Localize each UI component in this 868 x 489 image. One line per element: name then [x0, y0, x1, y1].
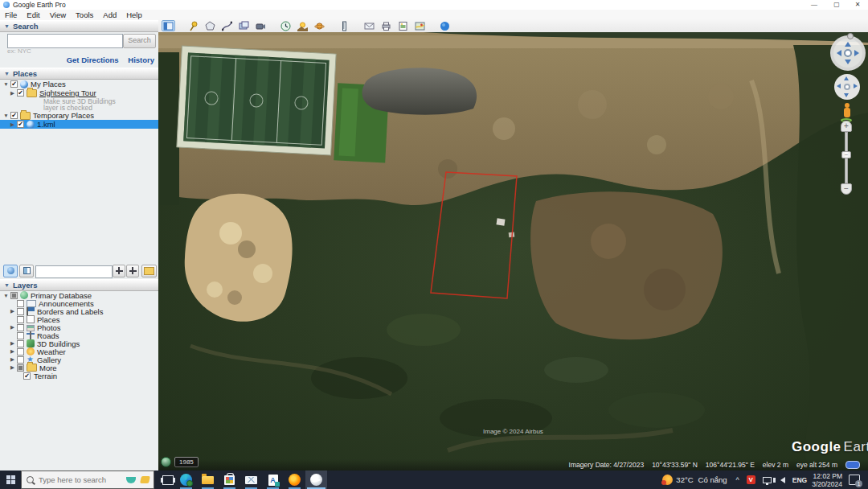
- find-next-button[interactable]: [126, 265, 139, 277]
- look-up-arrow-icon[interactable]: [845, 42, 851, 47]
- checkbox-unchecked[interactable]: [17, 348, 24, 355]
- look-down-arrow-icon[interactable]: [845, 60, 851, 64]
- checkbox-unchecked[interactable]: [17, 316, 24, 323]
- add-path-button[interactable]: [220, 20, 234, 31]
- weather-sunny-icon[interactable]: [662, 475, 673, 485]
- save-image-button[interactable]: [396, 20, 410, 31]
- look-left-arrow-icon[interactable]: [837, 50, 841, 56]
- layer-more[interactable]: ▶ More: [0, 364, 158, 372]
- add-image-overlay-button[interactable]: [237, 20, 251, 31]
- places-filter-input[interactable]: [35, 265, 113, 278]
- toggle-sidebar-button[interactable]: [162, 20, 175, 31]
- search-input[interactable]: [7, 34, 123, 48]
- add-polygon-button[interactable]: [203, 20, 217, 31]
- zoom-out-button[interactable]: −: [841, 183, 852, 195]
- move-center-icon[interactable]: [844, 84, 850, 90]
- checkbox-unchecked[interactable]: [17, 324, 24, 331]
- look-center-icon[interactable]: [844, 49, 852, 57]
- map-viewport[interactable]: + ‒ − 1985 Image © 2024 Airbus GoogleEar…: [158, 32, 868, 471]
- maximize-button[interactable]: ▢: [826, 0, 847, 9]
- checkbox-partial[interactable]: [10, 292, 18, 299]
- close-button[interactable]: ✕: [847, 0, 868, 9]
- taskbar-app-firefox[interactable]: [284, 471, 305, 489]
- taskbar-search-box[interactable]: [21, 471, 154, 489]
- expander-closed-icon[interactable]: ▶: [10, 121, 15, 128]
- expander-closed-icon[interactable]: ▶: [10, 356, 15, 363]
- layer-announcements[interactable]: Announcements: [0, 299, 158, 307]
- task-view-button[interactable]: [161, 471, 175, 489]
- menu-help[interactable]: Help: [121, 10, 147, 19]
- start-button[interactable]: [0, 471, 21, 489]
- taskbar-app-edge[interactable]: [175, 471, 197, 489]
- search-places-button[interactable]: [3, 265, 18, 277]
- network-tray-icon[interactable]: [763, 477, 772, 483]
- move-down-arrow-icon[interactable]: [844, 93, 849, 97]
- move-right-arrow-icon[interactable]: [854, 84, 858, 88]
- expander-open-icon[interactable]: ▼: [3, 81, 9, 87]
- expander-closed-icon[interactable]: ▶: [10, 324, 15, 331]
- layer-places[interactable]: Places: [0, 315, 158, 323]
- checkbox-unchecked[interactable]: [17, 308, 24, 315]
- taskbar-app-mail[interactable]: [240, 471, 262, 489]
- menu-file[interactable]: File: [0, 10, 22, 19]
- search-panel-header[interactable]: ▼ Search: [0, 20, 158, 32]
- tree-item-temporary-places[interactable]: ▼ ✔ Temporary Places: [0, 111, 158, 120]
- ruler-button[interactable]: [338, 20, 351, 31]
- checkbox-unchecked[interactable]: [17, 332, 24, 339]
- checkbox-checked[interactable]: ✔: [17, 89, 24, 97]
- checkbox-checked[interactable]: ✔: [23, 372, 31, 380]
- layers-panel-header[interactable]: ▼ Layers: [0, 279, 158, 291]
- antivirus-tray-icon[interactable]: V: [747, 475, 755, 484]
- expander-closed-icon[interactable]: ▶: [10, 90, 15, 97]
- language-indicator[interactable]: ENG: [792, 476, 807, 484]
- checkbox-checked[interactable]: ✔: [10, 80, 18, 88]
- taskbar-app-file-explorer[interactable]: [197, 471, 219, 489]
- print-button[interactable]: [379, 20, 393, 31]
- tree-item-my-places[interactable]: ▼ ✔ My Places: [0, 80, 158, 88]
- get-directions-link[interactable]: Get Directions: [67, 55, 119, 64]
- tree-item-sightseeing-tour[interactable]: ▶ ✔ Sightseeing Tour: [0, 88, 158, 97]
- view-in-google-maps-button[interactable]: [413, 20, 427, 31]
- expander-closed-icon[interactable]: ▶: [10, 348, 15, 355]
- layer-borders-and-labels[interactable]: ▶ Borders and Labels: [0, 307, 158, 315]
- north-indicator-icon[interactable]: [847, 33, 854, 39]
- taskbar-app-google-earth[interactable]: [305, 471, 327, 489]
- sunlight-button[interactable]: [296, 20, 309, 31]
- menu-view[interactable]: View: [45, 10, 71, 19]
- move-up-arrow-icon[interactable]: [844, 76, 849, 80]
- places-panel-header[interactable]: ▼ Places: [0, 68, 158, 80]
- menu-add[interactable]: Add: [98, 10, 121, 19]
- checkbox-unchecked[interactable]: [17, 356, 24, 364]
- taskbar-app-document[interactable]: A: [262, 471, 284, 489]
- weather-temperature[interactable]: 32°C: [676, 475, 693, 484]
- checkbox-checked[interactable]: ✔: [10, 112, 18, 119]
- expander-closed-icon[interactable]: ▶: [10, 308, 15, 314]
- layer-weather[interactable]: ▶ Weather: [0, 347, 158, 355]
- expander-open-icon[interactable]: ▼: [3, 113, 9, 118]
- checkbox-checked[interactable]: ✔: [17, 121, 24, 128]
- menu-edit[interactable]: Edit: [22, 10, 44, 19]
- record-tour-button[interactable]: [254, 20, 268, 31]
- taskbar-clock[interactable]: 12:02 PM 3/20/2024: [812, 472, 842, 488]
- street-view-pegman[interactable]: [841, 103, 854, 122]
- zoom-slider-handle[interactable]: ‒: [841, 151, 851, 158]
- menu-tools[interactable]: Tools: [71, 10, 98, 19]
- layer-gallery[interactable]: ▶ ★ Gallery: [0, 355, 158, 364]
- earth-web-button[interactable]: [438, 20, 452, 31]
- history-link[interactable]: History: [128, 55, 154, 64]
- layer-3d-buildings[interactable]: ▶ 3D Buildings: [0, 339, 158, 347]
- weather-description[interactable]: Có nắng: [698, 475, 727, 484]
- expander-closed-icon[interactable]: ▶: [10, 340, 15, 347]
- layer-roads[interactable]: Roads: [0, 331, 158, 339]
- layer-terrain[interactable]: ✔ Terrain: [0, 372, 158, 380]
- email-button[interactable]: [362, 20, 376, 31]
- add-placemark-button[interactable]: [186, 20, 200, 31]
- expander-open-icon[interactable]: ▼: [3, 293, 9, 298]
- move-joystick[interactable]: [834, 74, 860, 100]
- layer-primary-database[interactable]: ▼ Primary Database: [0, 291, 158, 299]
- folder-actions-button[interactable]: ▾: [141, 265, 157, 277]
- look-right-arrow-icon[interactable]: [854, 50, 859, 56]
- expander-closed-icon[interactable]: ▶: [10, 364, 15, 371]
- find-previous-button[interactable]: [113, 265, 125, 277]
- checkbox-partial[interactable]: [17, 364, 24, 372]
